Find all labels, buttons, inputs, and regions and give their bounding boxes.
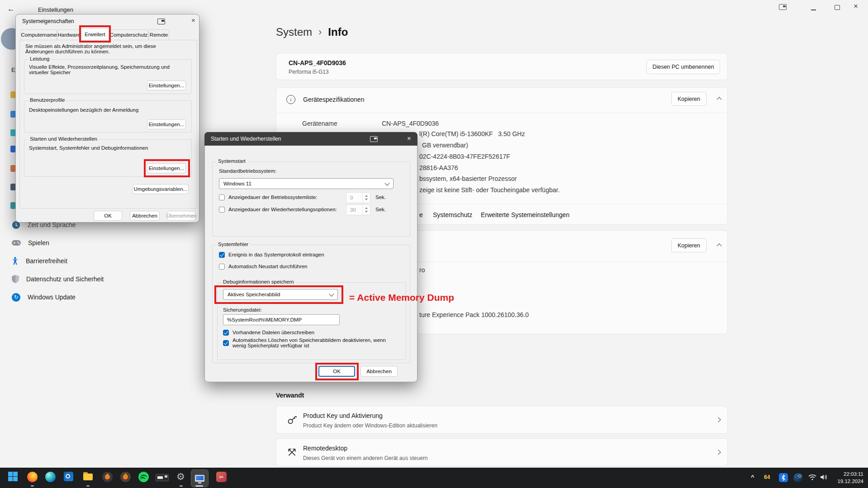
display-cast-icon[interactable] [779,4,787,12]
tab-computername[interactable]: Computername [21,29,57,40]
group-title: Leistung [28,56,51,62]
link-advanced-system-settings[interactable]: Erweiterte Systemeinstellungen [481,211,569,218]
sidebar-item-privacy[interactable]: Datenschutz und Sicherheit [5,270,132,288]
search-input[interactable]: E [11,66,15,73]
sidebar-item-gaming[interactable]: Spielen [5,234,132,252]
tab-remote[interactable]: Remote [148,29,169,40]
group-systemstart: Systemstart Standardbetriebssystem: Wind… [212,161,410,237]
spec-fragment-system-type: bssystem, x64-basierter Prozessor [419,175,517,182]
remote-desktop-card[interactable]: Remotedesktop Dieses Gerät von einem and… [276,438,728,466]
taskbar-snipping-tool[interactable]: ✂ [216,472,227,482]
sidebar-item-label: Datenschutz und Sicherheit [26,275,104,283]
default-os-dropdown[interactable]: Windows 11 [219,178,394,189]
close-button[interactable]: × [854,2,858,11]
default-os-label: Standardbetriebssystem: [219,168,276,174]
recovery-options-spinner[interactable]: 30 [346,204,370,215]
group-benutzerprofile: Benutzerprofile Desktopeinstellungen bez… [24,100,192,133]
spinner-arrows[interactable] [362,193,370,203]
chevron-up-icon[interactable] [716,243,721,248]
card-subtitle: Dieses Gerät von einem anderen Gerät aus… [303,455,427,461]
taskbar-firefox[interactable] [27,472,38,482]
outlook-icon [64,472,73,481]
copy-button[interactable]: Kopieren [671,92,707,106]
close-icon[interactable]: × [407,134,411,142]
system-properties-dialog: Systemeigenschaften × Computername Hardw… [15,14,199,223]
environment-variables-button[interactable]: Umgebungsvariablen... [133,184,189,194]
boot-list-checkbox[interactable] [219,194,225,200]
taskbar-fl-studio[interactable] [102,472,113,482]
running-indicator [86,485,90,487]
spinner-arrows[interactable] [362,205,370,215]
card-title: Product Key und Aktivierung [303,412,383,419]
tab-hardware[interactable]: Hardware [57,29,81,40]
user-profiles-settings-button[interactable]: Einstellungen... [147,119,186,129]
annotation-text: = Active Memory Dump [349,292,454,303]
privacy-shield-icon [12,275,19,283]
startup-recovery-dialog: Starten und Wiederherstellen × Systemsta… [204,132,417,382]
ok-button[interactable]: OK [94,211,122,221]
group-title: Systemstart [216,158,247,164]
taskbar-outlook[interactable] [64,472,73,481]
tray-bluetooth[interactable] [779,473,788,482]
boot-list-spinner[interactable]: 0 [346,192,370,203]
bluetooth-icon [779,473,788,482]
product-key-card[interactable]: Product Key und Aktivierung Product Key … [276,406,728,434]
seconds-unit: Sek. [375,207,386,212]
dump-file-input[interactable]: %SystemRoot%\MEMORY.DMP [223,314,340,325]
dialog-title: Systemeigenschaften [22,18,74,24]
auto-restart-checkbox[interactable] [219,264,225,270]
overwrite-checkbox[interactable] [223,330,229,336]
dialog-title: Starten und Wiederherstellen [211,136,281,142]
close-icon[interactable]: × [191,16,195,24]
link-domain-fragment[interactable]: e [419,211,423,218]
taskbar-file-explorer[interactable] [83,472,93,480]
minimize-button[interactable] [811,9,816,10]
sidebar-item-windows-update[interactable]: ↻ Windows Update [5,288,132,306]
related-section-title: Verwandt [276,392,304,399]
link-system-protection[interactable]: Systemschutz [433,211,472,218]
boot-list-label: Anzeigedauer der Betriebssystemliste: [228,194,317,200]
tray-volume[interactable] [820,474,828,481]
display-cast-icon[interactable] [370,136,378,143]
taskbar-settings[interactable]: ⚙ [176,472,185,481]
firefox-icon [27,472,38,482]
log-event-checkbox[interactable] [219,252,225,258]
group-title: Benutzerprofile [28,97,66,103]
rename-pc-button[interactable]: Diesen PC umbenennen [646,60,720,74]
admin-note: Sie müssen als Administrator angemeldet … [25,43,185,54]
dump-file-label: Sicherungsdatei: [223,307,262,313]
speaker-icon [820,474,828,481]
taskbar-system-properties-active[interactable] [191,469,209,487]
tray-expand-button[interactable]: ^ [751,474,754,480]
breadcrumb-parent[interactable]: System [276,26,312,38]
display-cast-icon[interactable] [157,19,165,25]
tab-computerschutz[interactable]: Computerschutz [109,29,148,40]
sidebar-item-accessibility[interactable]: Barrierefreiheit [5,252,132,270]
tray-steam[interactable] [793,473,803,483]
back-button[interactable]: ← [7,5,15,14]
copy-button[interactable]: Kopieren [671,238,707,252]
taskbar-capture-device[interactable] [156,474,169,481]
taskbar-edge[interactable] [45,472,56,482]
taskbar: ⚙ ✂ ^ 64 22:03:11 19.12.2024 [0,468,868,488]
taskbar-fl-studio-alt[interactable] [120,472,131,482]
taskbar-spotify[interactable] [138,472,149,482]
chevron-up-icon[interactable] [716,97,721,102]
tray-clock[interactable]: 22:03:11 19.12.2024 [837,470,863,485]
sidebar-item-label: Windows Update [28,294,76,301]
spotify-icon [138,472,149,482]
maximize-button[interactable] [835,5,840,10]
spec-row-value: CN-APS_4F0D9036 [382,120,439,127]
performance-settings-button[interactable]: Einstellungen... [147,81,186,90]
cancel-button[interactable]: Abbrechen [360,366,398,377]
capture-device-icon [156,474,169,481]
tray-badge[interactable]: 64 [764,474,770,480]
chevron-right-icon [716,450,721,455]
cancel-button[interactable]: Abbrechen [130,211,160,221]
tray-wifi[interactable] [808,474,817,481]
apply-button[interactable]: Übernehmen [167,211,196,221]
auto-delete-checkbox[interactable] [223,340,229,346]
start-button[interactable] [8,472,18,481]
recovery-options-checkbox[interactable] [219,207,225,213]
group-desc: Visuelle Effekte, Prozessorzeitplanung, … [29,64,183,75]
